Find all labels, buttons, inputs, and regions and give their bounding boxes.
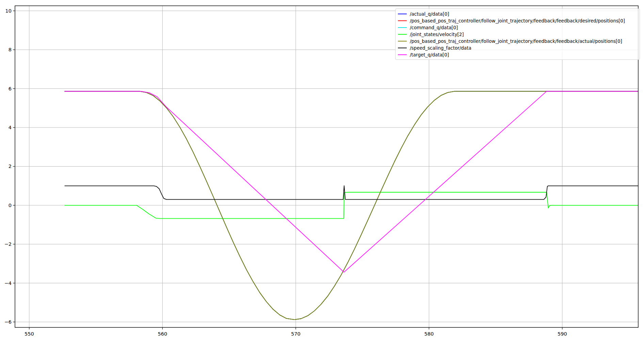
y-tick-label: 10 xyxy=(5,8,12,14)
legend-swatch-feedback-desired xyxy=(398,20,407,21)
legend-label: /actual_q/data[0] xyxy=(410,11,449,17)
legend-item-speed-scaling[interactable]: /speed_scaling_factor/data xyxy=(398,45,637,51)
y-tick-label: −2 xyxy=(4,241,12,247)
y-tick-label: 4 xyxy=(9,125,12,130)
legend-label: /speed_scaling_factor/data xyxy=(410,45,471,51)
legend-item-command-q[interactable]: /command_q/data[0] xyxy=(398,24,637,31)
legend-swatch-feedback-actual xyxy=(398,41,407,41)
legend-item-actual-q[interactable]: /actual_q/data[0] xyxy=(398,11,637,17)
x-tick-label: 570 xyxy=(291,331,301,337)
legend-item-feedback-actual[interactable]: /pos_based_pos_traj_controller/follow_jo… xyxy=(398,38,637,45)
legend-item-feedback-desired[interactable]: /pos_based_pos_traj_controller/follow_jo… xyxy=(398,17,637,24)
legend-label: /target_q/data[0] xyxy=(410,51,449,58)
y-tick-label: 8 xyxy=(9,47,12,52)
legend-swatch-speed-scaling xyxy=(398,48,407,48)
x-tick-label: 560 xyxy=(158,331,167,337)
plot-figure: 5505605705805901086420−2−4−6 /actual_q/d… xyxy=(0,0,644,341)
x-tick-label: 550 xyxy=(25,331,34,337)
legend-label: /command_q/data[0] xyxy=(410,24,458,31)
legend-box: /actual_q/data[0] /pos_based_pos_traj_co… xyxy=(395,8,640,60)
x-tick-label: 580 xyxy=(424,331,434,337)
legend-item-joint-velocity[interactable]: /joint_states/velocity[2] xyxy=(398,31,637,38)
legend-swatch-joint-velocity xyxy=(398,34,407,35)
legend-swatch-command-q xyxy=(398,27,407,28)
legend-label: /joint_states/velocity[2] xyxy=(410,31,464,38)
legend-swatch-actual-q xyxy=(398,14,407,14)
x-tick-label: 590 xyxy=(558,331,567,337)
y-tick-label: 0 xyxy=(9,203,12,208)
y-tick-label: 6 xyxy=(9,86,12,91)
series-line-target_q xyxy=(65,91,638,272)
legend-label: /pos_based_pos_traj_controller/follow_jo… xyxy=(410,17,625,24)
y-tick-label: −6 xyxy=(4,319,12,325)
legend-swatch-target-q xyxy=(398,54,407,55)
y-tick-label: −4 xyxy=(4,280,12,286)
legend-item-target-q[interactable]: /target_q/data[0] xyxy=(398,51,637,58)
y-tick-label: 2 xyxy=(9,164,12,169)
legend-label: /pos_based_pos_traj_controller/follow_jo… xyxy=(410,38,622,45)
